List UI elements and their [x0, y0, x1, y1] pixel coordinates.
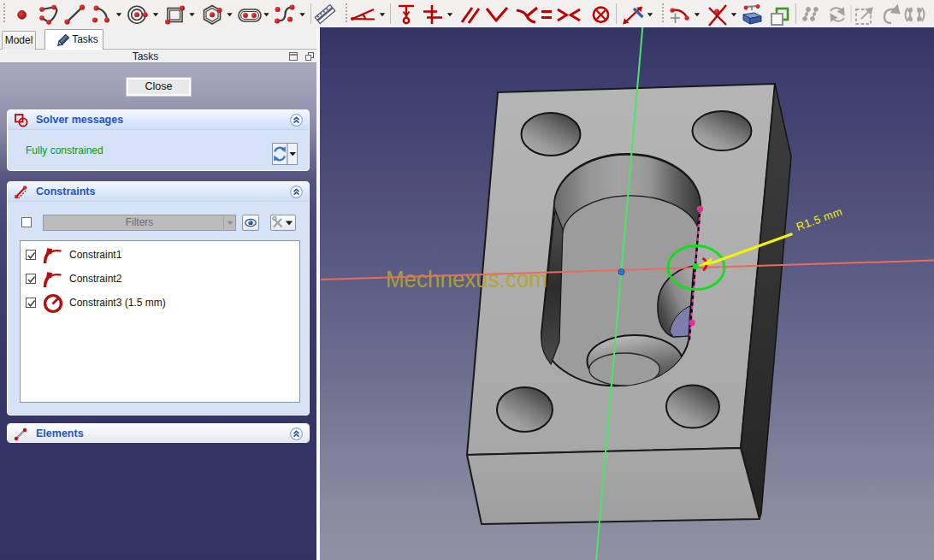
svg-text:Mechnexus.com: Mechnexus.com	[386, 266, 547, 292]
svg-text:R1.5 mm: R1.5 mm	[795, 204, 844, 233]
